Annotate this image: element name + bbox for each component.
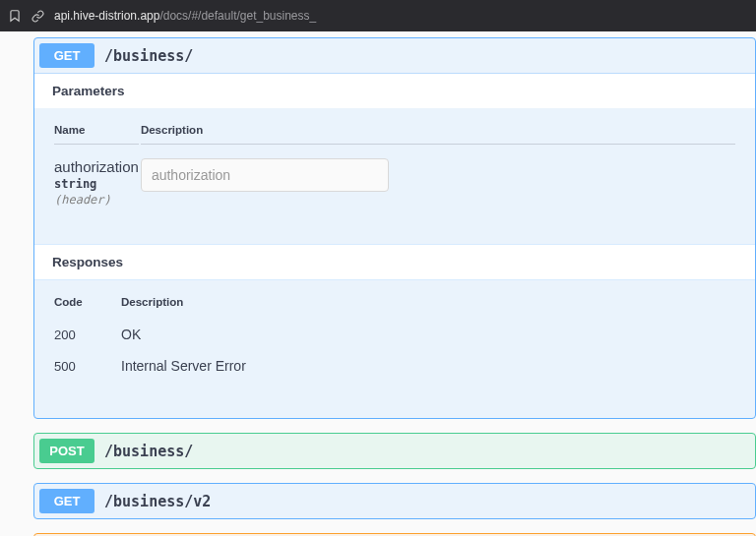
table-row: 500 Internal Server Error (54, 351, 735, 381)
endpoint-summary[interactable]: GET /business/v2 (34, 484, 755, 518)
response-description: Internal Server Error (121, 351, 735, 381)
url-host: api.hive-distrion.app (54, 9, 159, 23)
response-description: OK (121, 320, 735, 349)
param-type: string (54, 177, 139, 191)
method-badge-get: GET (39, 489, 94, 513)
method-badge-post: POST (39, 439, 94, 463)
endpoint-path: /business/ (104, 443, 193, 460)
url-path: /docs/#/default/get_business_ (159, 9, 316, 23)
authorization-input[interactable] (141, 158, 389, 192)
endpoint-path: /business/v2 (104, 493, 211, 510)
column-code: Code (54, 296, 119, 318)
browser-address-bar: api.hive-distrion.app/docs/#/default/get… (0, 0, 756, 31)
endpoint-body: Parameters Name Description authorizatio… (34, 73, 755, 418)
table-row: 200 OK (54, 320, 735, 349)
param-location: (header) (54, 193, 139, 207)
parameters-table: Name Description authorization string (h… (34, 108, 755, 244)
column-description: Description (141, 124, 735, 145)
response-code: 500 (54, 351, 119, 381)
endpoint-get-business-v2: GET /business/v2 (33, 483, 756, 519)
bookmark-icon[interactable] (8, 9, 22, 23)
endpoint-get-business: GET /business/ Parameters Name Descripti… (33, 37, 756, 419)
column-name: Name (54, 124, 139, 145)
parameters-header: Parameters (34, 74, 755, 108)
responses-header: Responses (34, 244, 755, 280)
param-name: authorization (54, 158, 139, 175)
response-code: 200 (54, 320, 119, 349)
site-settings-icon[interactable] (32, 10, 44, 23)
column-description: Description (121, 296, 735, 318)
table-row: authorization string (header) (54, 147, 735, 207)
endpoint-path: /business/ (104, 47, 193, 65)
endpoint-summary[interactable]: POST /business/ (34, 434, 755, 468)
endpoint-summary[interactable]: GET /business/ (34, 38, 755, 73)
endpoint-post-business: POST /business/ (33, 433, 756, 469)
responses-table: Code Description 200 OK 500 Internal Ser… (34, 280, 755, 418)
url-display[interactable]: api.hive-distrion.app/docs/#/default/get… (54, 9, 316, 23)
method-badge-get: GET (39, 43, 94, 68)
